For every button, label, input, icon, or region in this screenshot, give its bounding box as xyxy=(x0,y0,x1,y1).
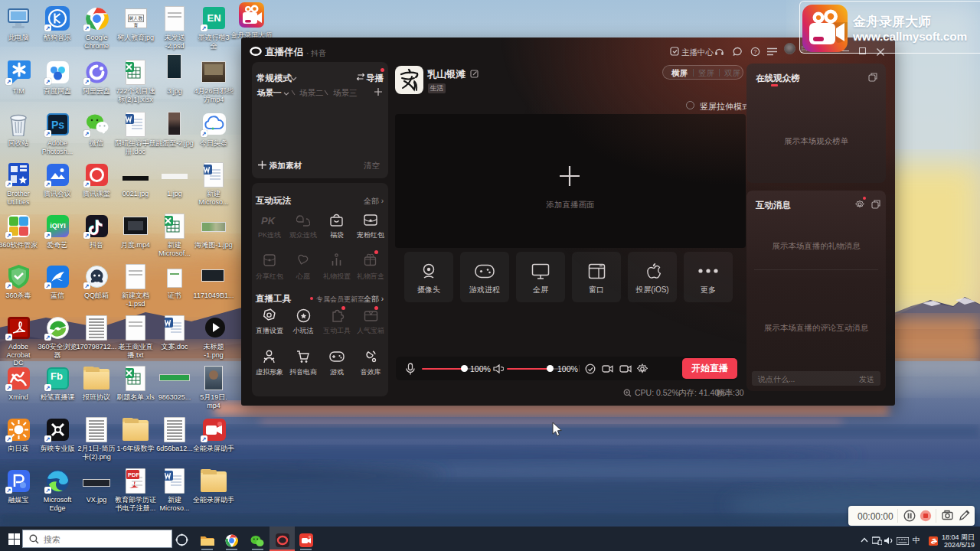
svg-text:?: ? xyxy=(753,48,757,55)
svg-text:PDF: PDF xyxy=(128,471,139,478)
